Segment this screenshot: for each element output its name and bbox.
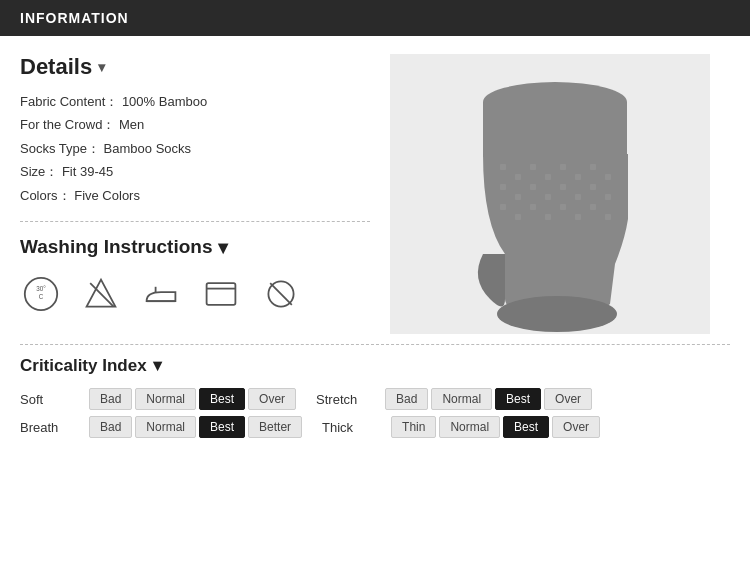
iron-icon	[140, 273, 182, 315]
washing-title-text: Washing Instructions	[20, 236, 212, 258]
fabric-value: 100% Bamboo	[122, 94, 207, 109]
detail-row-colors: Colors： Five Colors	[20, 184, 370, 207]
socks-type-value: Bamboo Socks	[104, 141, 191, 156]
colors-value: Five Colors	[74, 188, 140, 203]
svg-rect-32	[515, 214, 521, 220]
detail-row-fabric: Fabric Content： 100% Bamboo	[20, 90, 370, 113]
stretch-block: Stretch Bad Normal Best Over	[316, 388, 592, 410]
thick-buttons: Thin Normal Best Over	[391, 416, 600, 438]
colors-label: Colors：	[20, 188, 71, 203]
svg-rect-27	[560, 184, 566, 190]
thick-over-button[interactable]: Over	[552, 416, 600, 438]
svg-rect-20	[575, 174, 581, 180]
washing-section-title: Washing Instructions ▾	[20, 236, 370, 259]
soft-best-button[interactable]: Best	[199, 388, 245, 410]
svg-rect-25	[530, 184, 536, 190]
svg-rect-33	[530, 204, 536, 210]
svg-rect-24	[515, 194, 521, 200]
soft-block: Soft Bad Normal Best Over	[20, 388, 296, 410]
criticality-section: Criticality Index ▾ Soft Bad Normal Best…	[0, 355, 750, 438]
svg-rect-37	[590, 204, 596, 210]
breath-block: Breath Bad Normal Best Better	[20, 416, 302, 438]
svg-rect-13	[483, 102, 627, 157]
breath-bad-button[interactable]: Bad	[89, 416, 132, 438]
page-header: INFORMATION	[0, 0, 750, 36]
size-value: Fit 39-45	[62, 164, 113, 179]
details-table: Fabric Content： 100% Bamboo For the Crow…	[20, 90, 370, 207]
sock-image	[390, 54, 710, 334]
svg-rect-21	[590, 164, 596, 170]
thick-thin-button[interactable]: Thin	[391, 416, 436, 438]
socks-type-label: Socks Type：	[20, 141, 100, 156]
soft-label: Soft	[20, 392, 85, 407]
svg-rect-15	[500, 164, 506, 170]
soft-normal-button[interactable]: Normal	[135, 388, 196, 410]
stretch-label: Stretch	[316, 392, 381, 407]
criticality-arrow-icon[interactable]: ▾	[153, 355, 162, 376]
thick-best-button[interactable]: Best	[503, 416, 549, 438]
details-section-title: Details ▾	[20, 54, 370, 80]
breath-better-button[interactable]: Better	[248, 416, 302, 438]
svg-point-14	[497, 296, 617, 332]
breath-label: Breath	[20, 420, 85, 435]
divider-1	[20, 221, 370, 222]
size-label: Size：	[20, 164, 58, 179]
no-bleach-icon	[80, 273, 122, 315]
svg-rect-28	[575, 194, 581, 200]
svg-rect-38	[605, 214, 611, 220]
svg-rect-18	[545, 174, 551, 180]
criticality-section-title: Criticality Index ▾	[20, 355, 730, 376]
svg-line-10	[270, 283, 292, 305]
breath-normal-button[interactable]: Normal	[135, 416, 196, 438]
breath-buttons: Bad Normal Best Better	[89, 416, 302, 438]
svg-rect-29	[590, 184, 596, 190]
svg-rect-19	[560, 164, 566, 170]
thick-normal-button[interactable]: Normal	[439, 416, 500, 438]
svg-rect-30	[605, 194, 611, 200]
svg-rect-17	[530, 164, 536, 170]
detail-row-size: Size： Fit 39-45	[20, 160, 370, 183]
criticality-title-text: Criticality Index	[20, 356, 147, 376]
header-title: INFORMATION	[20, 10, 129, 26]
breath-best-button[interactable]: Best	[199, 416, 245, 438]
details-title-text: Details	[20, 54, 92, 80]
svg-rect-16	[515, 174, 521, 180]
washing-icons-row: 30° C	[20, 273, 370, 315]
svg-text:C: C	[39, 293, 44, 300]
washing-arrow-icon[interactable]: ▾	[218, 236, 228, 259]
stretch-normal-button[interactable]: Normal	[431, 388, 492, 410]
soft-bad-button[interactable]: Bad	[89, 388, 132, 410]
svg-rect-22	[605, 174, 611, 180]
crowd-value: Men	[119, 117, 144, 132]
svg-rect-34	[545, 214, 551, 220]
no-dry-clean-icon	[260, 273, 302, 315]
stretch-buttons: Bad Normal Best Over	[385, 388, 592, 410]
thick-block: Thick Thin Normal Best Over	[322, 416, 600, 438]
svg-rect-35	[560, 204, 566, 210]
detail-row-socks-type: Socks Type： Bamboo Socks	[20, 137, 370, 160]
stretch-over-button[interactable]: Over	[544, 388, 592, 410]
detail-row-crowd: For the Crowd： Men	[20, 113, 370, 136]
divider-2	[20, 344, 730, 345]
svg-rect-23	[500, 184, 506, 190]
sock-image-panel	[390, 54, 730, 334]
svg-rect-7	[207, 283, 236, 305]
tumble-dry-icon	[200, 273, 242, 315]
stretch-best-button[interactable]: Best	[495, 388, 541, 410]
thick-label: Thick	[322, 420, 387, 435]
soft-buttons: Bad Normal Best Over	[89, 388, 296, 410]
svg-rect-36	[575, 214, 581, 220]
criticality-row-1: Soft Bad Normal Best Over Stretch Bad No…	[20, 388, 730, 410]
fabric-label: Fabric Content：	[20, 94, 118, 109]
soft-over-button[interactable]: Over	[248, 388, 296, 410]
svg-text:30°: 30°	[36, 285, 46, 292]
criticality-row-2: Breath Bad Normal Best Better Thick Thin…	[20, 416, 730, 438]
svg-rect-31	[500, 204, 506, 210]
crowd-label: For the Crowd：	[20, 117, 115, 132]
wash-30-icon: 30° C	[20, 273, 62, 315]
main-content: Details ▾ Fabric Content： 100% Bamboo Fo…	[0, 36, 750, 334]
details-arrow-icon[interactable]: ▾	[98, 59, 105, 75]
left-panel: Details ▾ Fabric Content： 100% Bamboo Fo…	[20, 54, 390, 334]
stretch-bad-button[interactable]: Bad	[385, 388, 428, 410]
svg-rect-26	[545, 194, 551, 200]
